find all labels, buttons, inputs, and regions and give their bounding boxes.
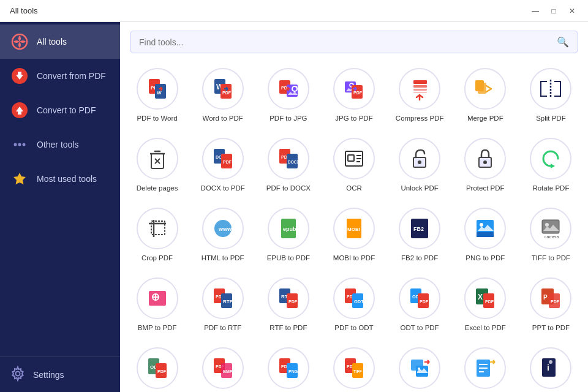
svg-rect-73 bbox=[542, 220, 559, 233]
tool-ppt-to-pdf[interactable]: PPDFPPT to PDF bbox=[520, 271, 582, 337]
tool-ods-to-pdf[interactable]: ODSPDFODS to PDF bbox=[126, 341, 188, 392]
settings-icon bbox=[10, 366, 26, 383]
svg-text:DOCX: DOCX bbox=[288, 160, 300, 164]
tool-excel-to-pdf[interactable]: XPDFExcel to PDF bbox=[454, 271, 516, 337]
tool-compress-pdf[interactable]: Compress PDF bbox=[389, 62, 451, 128]
sidebar-item-all-tools[interactable]: All tools bbox=[0, 24, 120, 59]
minimize-button[interactable]: — bbox=[527, 4, 544, 18]
maximize-button[interactable]: □ bbox=[545, 4, 562, 18]
tool-jpg-to-pdf[interactable]: PDFJPG to PDF bbox=[323, 62, 385, 128]
settings-label: Settings bbox=[33, 370, 64, 380]
docx-to-pdf-label: DOCX to PDF bbox=[201, 184, 245, 193]
html-to-pdf-icon: www bbox=[202, 208, 244, 249]
tool-protect-pdf[interactable]: Protect PDF bbox=[454, 132, 516, 198]
svg-point-55 bbox=[418, 160, 421, 164]
svg-text:FB2: FB2 bbox=[413, 226, 424, 232]
tool-split-pdf[interactable]: Split PDF bbox=[520, 62, 582, 128]
tool-tiff-to-pdf[interactable]: cameraTIFF to PDF bbox=[520, 202, 582, 268]
ppt-to-pdf-label: PPT to PDF bbox=[532, 323, 570, 333]
search-input-wrap[interactable]: 🔍 bbox=[130, 31, 578, 53]
svg-rect-70 bbox=[477, 220, 494, 233]
svg-marker-8 bbox=[13, 173, 26, 184]
tool-extract-images[interactable]: Extract images bbox=[389, 341, 451, 392]
convert-from-pdf-icon bbox=[10, 66, 29, 86]
tool-mobi-to-pdf[interactable]: MOBIMOBI to PDF bbox=[323, 202, 385, 268]
mobi-to-pdf-icon: MOBI bbox=[333, 208, 375, 249]
docx-to-pdf-icon: DOCXPDF bbox=[202, 138, 244, 179]
tool-pdf-to-bmp[interactable]: PDFBMPPDF to BMP bbox=[192, 341, 254, 392]
tool-fb2-to-pdf[interactable]: FB2FB2 to PDF bbox=[389, 202, 451, 268]
pdf-to-rtf-icon: PDFRTF bbox=[202, 277, 244, 319]
bmp-to-pdf-label: BMP to PDF bbox=[138, 323, 177, 333]
tool-rtf-to-pdf[interactable]: RTFPDFRTF to PDF bbox=[257, 271, 319, 337]
tool-pdf-to-docx[interactable]: PDFDOCXPDF to DOCX bbox=[257, 132, 319, 198]
tool-pdf-to-word[interactable]: PDFWPDF to Word bbox=[126, 62, 188, 128]
tool-pdf-to-rtf[interactable]: PDFRTFPDF to RTF bbox=[192, 271, 254, 337]
tool-epub-to-pdf[interactable]: epubEPUB to PDF bbox=[257, 202, 319, 268]
tool-pdf-to-png[interactable]: PDFPNGPDF to PNG bbox=[257, 341, 319, 392]
pdf-to-odt-icon: PDFODT bbox=[333, 277, 375, 319]
pdf-to-odt-label: PDF to ODT bbox=[334, 323, 373, 333]
tool-html-to-pdf[interactable]: wwwHTML to PDF bbox=[192, 202, 254, 268]
tool-odt-to-pdf[interactable]: ODTPDFODT to PDF bbox=[389, 271, 451, 337]
sidebar-label-other-tools: Other tools bbox=[37, 140, 78, 149]
png-to-pdf-icon bbox=[464, 208, 506, 249]
convert-to-pdf-icon bbox=[10, 100, 29, 120]
svg-rect-28 bbox=[413, 80, 427, 84]
tool-ocr[interactable]: OCR bbox=[323, 132, 385, 198]
pdf-to-jpg-label: PDF to JPG bbox=[270, 114, 307, 123]
sidebar-label-convert-to-pdf: Convert to PDF bbox=[37, 105, 96, 115]
tiff-to-pdf-label: TIFF to PDF bbox=[532, 254, 570, 263]
mobi-to-pdf-label: MOBI to PDF bbox=[333, 254, 375, 263]
svg-rect-76 bbox=[149, 291, 166, 306]
svg-text:PDF: PDF bbox=[551, 300, 560, 304]
tool-pdf-to-jpg[interactable]: PDFPDF to JPG bbox=[257, 62, 319, 128]
tool-pdf-to-tiff[interactable]: PDFTIFFPDF to TIFF bbox=[323, 341, 385, 392]
tool-edit-metadata[interactable]: iEdit metadata bbox=[520, 341, 582, 392]
crop-pdf-icon bbox=[137, 208, 178, 249]
tool-crop-pdf[interactable]: Crop PDF bbox=[126, 202, 188, 268]
svg-text:MOBI: MOBI bbox=[347, 227, 360, 232]
tool-word-to-pdf[interactable]: WPDFWord to PDF bbox=[192, 62, 254, 128]
excel-to-pdf-icon: XPDF bbox=[464, 277, 506, 319]
sidebar-settings[interactable]: Settings bbox=[0, 356, 120, 392]
svg-point-72 bbox=[480, 223, 483, 227]
sidebar-item-other-tools[interactable]: Other tools bbox=[0, 127, 120, 162]
app-body: All tools Convert from PDF Convert to PD… bbox=[0, 22, 588, 392]
sidebar-item-convert-from-pdf[interactable]: Convert from PDF bbox=[0, 59, 120, 93]
svg-text:RTF: RTF bbox=[223, 299, 233, 304]
pdf-to-docx-label: PDF to DOCX bbox=[266, 184, 311, 193]
split-pdf-label: Split PDF bbox=[536, 114, 566, 123]
odt-to-pdf-icon: ODTPDF bbox=[399, 277, 440, 319]
titlebar-title: All tools bbox=[10, 6, 38, 15]
svg-text:PDF: PDF bbox=[157, 369, 167, 374]
compress-pdf-label: Compress PDF bbox=[396, 114, 444, 123]
tool-docx-to-pdf[interactable]: DOCXPDFDOCX to PDF bbox=[192, 132, 254, 198]
tool-merge-pdf[interactable]: Merge PDF bbox=[454, 62, 516, 128]
tool-extract-text[interactable]: Extract text bbox=[454, 341, 516, 392]
svg-text:PDF: PDF bbox=[420, 300, 429, 304]
tool-pdf-to-odt[interactable]: PDFODTPDF to ODT bbox=[323, 271, 385, 337]
tool-bmp-to-pdf[interactable]: BMP to PDF bbox=[126, 271, 188, 337]
pdf-to-bmp-icon: PDFBMP bbox=[202, 347, 244, 389]
tool-unlock-pdf[interactable]: Unlock PDF bbox=[389, 132, 451, 198]
svg-text:camera: camera bbox=[545, 235, 559, 239]
tool-delete-pages[interactable]: Delete pages bbox=[126, 132, 188, 198]
titlebar: All tools — □ ✕ bbox=[0, 0, 588, 22]
svg-text:PDF: PDF bbox=[223, 160, 232, 164]
compress-pdf-icon bbox=[399, 68, 440, 110]
sidebar-label-convert-from-pdf: Convert from PDF bbox=[37, 71, 106, 81]
tool-rotate-pdf[interactable]: Rotate PDF bbox=[520, 132, 582, 198]
svg-rect-30 bbox=[413, 89, 427, 91]
close-button[interactable]: ✕ bbox=[564, 4, 581, 18]
sidebar-item-convert-to-pdf[interactable]: Convert to PDF bbox=[0, 93, 120, 127]
svg-point-22 bbox=[295, 86, 297, 88]
pdf-to-word-label: PDF to Word bbox=[137, 114, 177, 123]
ocr-label: OCR bbox=[346, 184, 362, 193]
search-input[interactable] bbox=[139, 37, 557, 47]
crop-pdf-label: Crop PDF bbox=[141, 254, 173, 263]
epub-to-pdf-icon: epub bbox=[268, 208, 309, 249]
tool-png-to-pdf[interactable]: PNG to PDF bbox=[454, 202, 516, 268]
rotate-pdf-icon bbox=[530, 138, 571, 179]
sidebar-item-most-used-tools[interactable]: Most used tools bbox=[0, 162, 120, 196]
